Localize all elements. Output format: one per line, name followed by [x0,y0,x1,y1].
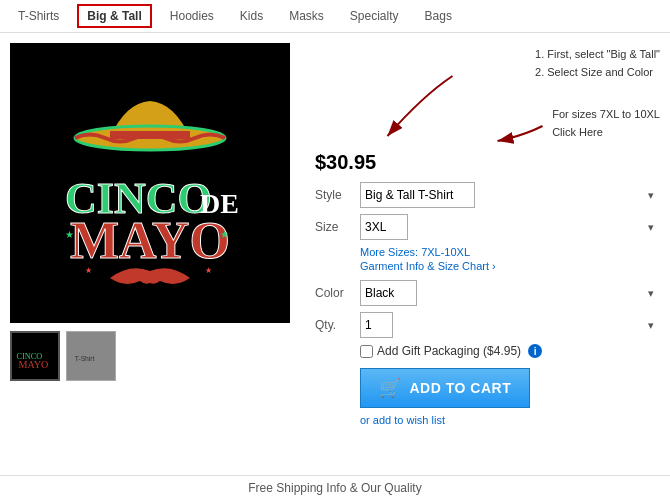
nav-item-tshirts[interactable]: T-Shirts [10,6,67,26]
add-to-cart-label: ADD TO CART [410,380,512,396]
nav-bar: T-Shirts Big & Tall Hoodies Kids Masks S… [0,0,670,33]
gift-packaging-checkbox[interactable] [360,345,373,358]
svg-text:MAYO: MAYO [18,359,48,370]
color-label: Color [315,286,360,300]
size-row: Size 3XL XL 2XL 4XL 5XL 6XL [315,214,660,240]
annotation-click-here: Click Here [552,124,660,142]
nav-item-specialty[interactable]: Specialty [342,6,407,26]
add-to-cart-button[interactable]: 🛒 ADD TO CART [360,368,530,408]
main-content: CINCO DE MAYO ★ ★ ★ ★ [0,33,670,475]
svg-text:MAYO: MAYO [70,212,230,269]
color-row: Color Black White Navy Red [315,280,660,306]
product-main-image: CINCO DE MAYO ★ ★ ★ ★ [10,43,290,323]
product-image-area: CINCO DE MAYO ★ ★ ★ ★ [0,33,310,475]
gift-info-icon[interactable]: i [528,344,542,358]
style-row: Style Big & Tall T-Shirt Standard T-Shir… [315,182,660,208]
qty-row: Qty. 1 2 3 4 5 [315,312,660,338]
qty-label: Qty. [315,318,360,332]
svg-text:★: ★ [65,229,74,240]
svg-text:★: ★ [205,266,212,275]
wish-list-link[interactable]: or add to wish list [360,414,660,426]
annotation-step2: 2. Select Size and Color [535,64,660,82]
page: T-Shirts Big & Tall Hoodies Kids Masks S… [0,0,670,500]
product-info: 1. First, select "Big & Tall" 2. Select … [310,33,670,475]
color-select[interactable]: Black White Navy Red [360,280,417,306]
annotation-sizes-note: For sizes 7XL to 10XL [552,106,660,124]
thumbnail-2[interactable]: T-Shirt [66,331,116,381]
style-label: Style [315,188,360,202]
size-select-wrapper: 3XL XL 2XL 4XL 5XL 6XL [360,214,660,240]
annotation-sizes: For sizes 7XL to 10XL Click Here [552,106,660,141]
svg-text:★: ★ [220,229,229,240]
qty-select[interactable]: 1 2 3 4 5 [360,312,393,338]
cart-icon: 🛒 [379,377,402,399]
nav-item-bigtall[interactable]: Big & Tall [77,4,151,28]
svg-text:T-Shirt: T-Shirt [75,355,95,362]
footer-text: Free Shipping Info & Our Quality [248,481,421,495]
product-price: $30.95 [315,151,660,174]
size-select[interactable]: 3XL XL 2XL 4XL 5XL 6XL [360,214,408,240]
footer-bar: Free Shipping Info & Our Quality [0,475,670,500]
more-sizes[interactable]: More Sizes: 7XL-10XL [360,246,660,258]
gift-packaging-label: Add Gift Packaging ($4.95) [377,344,521,358]
qty-select-wrapper: 1 2 3 4 5 [360,312,660,338]
style-select-wrapper: Big & Tall T-Shirt Standard T-Shirt [360,182,660,208]
svg-text:★: ★ [85,266,92,275]
thumbnail-1[interactable]: CINCO MAYO [10,331,60,381]
annotation-steps: 1. First, select "Big & Tall" 2. Select … [535,46,660,81]
cart-row: 🛒 ADD TO CART [360,368,660,408]
style-select[interactable]: Big & Tall T-Shirt Standard T-Shirt [360,182,475,208]
nav-item-masks[interactable]: Masks [281,6,332,26]
color-select-wrapper: Black White Navy Red [360,280,660,306]
nav-item-bags[interactable]: Bags [417,6,460,26]
garment-info-link[interactable]: Garment Info & Size Chart › [360,260,660,272]
nav-item-hoodies[interactable]: Hoodies [162,6,222,26]
gift-packaging-row: Add Gift Packaging ($4.95) i [360,344,660,358]
annotation-area: 1. First, select "Big & Tall" 2. Select … [315,41,660,151]
size-label: Size [315,220,360,234]
nav-item-kids[interactable]: Kids [232,6,271,26]
annotation-step1: 1. First, select "Big & Tall" [535,46,660,64]
thumbnail-row: CINCO MAYO T-Shirt [10,331,300,381]
